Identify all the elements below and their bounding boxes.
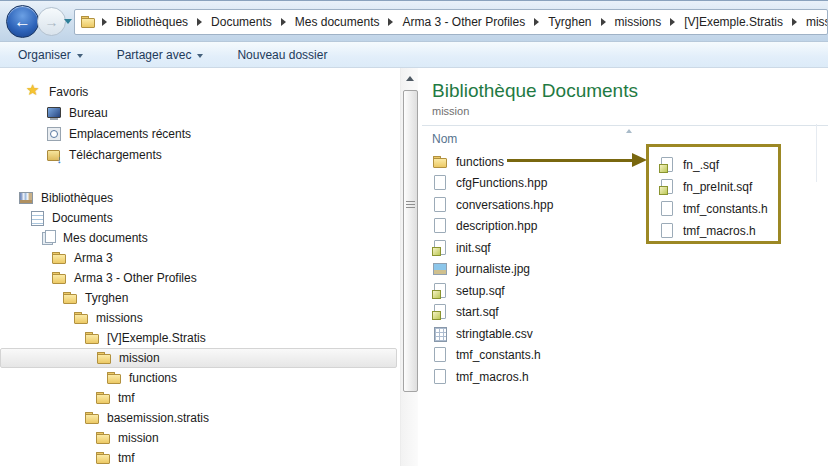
file-row-tmf-constants-h[interactable]: tmf_constants.h [432, 345, 828, 367]
column-label: Nom [432, 132, 457, 146]
tree-item-label: Arma 3 [74, 251, 113, 265]
annotation-arrow-head [632, 153, 647, 167]
document-icon [432, 369, 448, 385]
spreadsheet-file-icon [432, 326, 448, 342]
document-icon [659, 201, 675, 217]
tree-item-mission[interactable]: mission [0, 348, 397, 368]
forward-button[interactable]: → [37, 7, 66, 36]
libraries-icon [18, 190, 34, 206]
star-icon [26, 84, 42, 100]
folder-icon [84, 410, 100, 426]
toolbar-button-partager-avec[interactable]: Partager avec [117, 48, 204, 62]
folder-icon [432, 154, 448, 170]
tree-item-arma-3[interactable]: Arma 3 [0, 248, 400, 268]
tree-item-bureau[interactable]: Bureau [0, 102, 400, 123]
library-title: Bibliothèque Documents [432, 80, 828, 102]
tree-item-arma-3-other-profiles[interactable]: Arma 3 - Other Profiles [0, 268, 400, 288]
tree-item-label: basemission.stratis [107, 411, 209, 425]
scrollbar-thumb[interactable] [403, 90, 418, 392]
file-name: conversations.hpp [456, 198, 553, 212]
file-name: tmf_constants.h [456, 348, 541, 362]
folder-icon [73, 310, 89, 326]
breadcrumb: BibliothèquesDocumentsMes documentsArma … [80, 13, 828, 31]
folder-icon [106, 370, 122, 386]
chevron-right-icon [388, 18, 393, 26]
document-icon [432, 197, 448, 213]
tree-item-basemission-stratis[interactable]: basemission.stratis [0, 408, 400, 428]
chevron-down-icon [197, 54, 203, 58]
scroll-up-button[interactable] [401, 72, 419, 84]
breadcrumb-item-mission[interactable]: mission [803, 13, 828, 31]
tree-item-label: Mes documents [63, 231, 148, 245]
group-gap [0, 165, 400, 188]
file-row-journaliste-jpg[interactable]: journaliste.jpg [432, 259, 828, 281]
file-row-start-sqf[interactable]: start.sqf [432, 302, 828, 324]
file-pane: Bibliothèque Documents mission Nom funct… [422, 68, 828, 466]
breadcrumb-item-mes-documents[interactable]: Mes documents [292, 13, 383, 31]
breadcrumb-item-biblioth-ques[interactable]: Bibliothèques [113, 13, 191, 31]
chevron-right-icon [281, 18, 286, 26]
tree-item-tyrghen[interactable]: Tyrghen [0, 288, 400, 308]
toolbar-label: Organiser [18, 48, 71, 62]
tree-item-missions[interactable]: missions [0, 308, 400, 328]
address-bar[interactable]: BibliothèquesDocumentsMes documentsArma … [74, 9, 828, 35]
sidebar-scrollbar[interactable] [400, 68, 418, 466]
chevron-down-icon [77, 54, 83, 58]
tree-item-label: mission [119, 351, 160, 365]
tree-item-tmf[interactable]: tmf [0, 388, 400, 408]
tree-item-emplacements-r-cents[interactable]: Emplacements récents [0, 123, 400, 144]
toolbar-button-organiser[interactable]: Organiser [18, 48, 83, 62]
content-area: FavorisBureauEmplacements récentsTélécha… [0, 68, 828, 466]
file-name: journaliste.jpg [456, 262, 530, 276]
chevron-right-icon [792, 18, 797, 26]
tree-item-mission[interactable]: mission [0, 428, 400, 448]
tree-item-label: Documents [52, 211, 113, 225]
file-name: init.sqf [456, 241, 491, 255]
breadcrumb-item-missions[interactable]: missions [612, 13, 665, 31]
toolbar-label: Nouveau dossier [237, 48, 327, 62]
tree-item-label: missions [96, 311, 143, 325]
breadcrumb-item-arma-3-other-profiles[interactable]: Arma 3 - Other Profiles [399, 13, 528, 31]
folder-icon [62, 290, 78, 306]
file-name: stringtable.csv [456, 327, 533, 341]
tree-item-label: Emplacements récents [69, 127, 191, 141]
breadcrumb-item-documents[interactable]: Documents [208, 13, 275, 31]
chevron-right-icon [102, 18, 107, 26]
file-name: tmf_macros.h [683, 224, 756, 238]
breadcrumb-item-v-exemple-stratis[interactable]: [V]Exemple.Stratis [681, 13, 786, 31]
history-dropdown-icon[interactable] [64, 19, 72, 24]
breadcrumb-item-tyrghen[interactable]: Tyrghen [545, 13, 594, 31]
file-name: description.hpp [456, 219, 537, 233]
tree-item-v-exemple-stratis[interactable]: [V]Exemple.Stratis [0, 328, 400, 348]
sort-ascending-icon [626, 129, 632, 133]
tree-group-biblioth-ques[interactable]: Bibliothèques [0, 188, 400, 208]
tree-group-favoris[interactable]: Favoris [0, 81, 400, 102]
forward-arrow-icon: → [45, 14, 59, 30]
tree-item-functions[interactable]: functions [0, 368, 400, 388]
tree-item-label: Tyrghen [85, 291, 128, 305]
downloads-icon [46, 147, 62, 163]
tree-item-tmf[interactable]: tmf [0, 448, 400, 466]
sqf-file-icon [432, 283, 448, 299]
file-name: cfgFunctions.hpp [456, 176, 547, 190]
file-row-stringtable-csv[interactable]: stringtable.csv [432, 323, 828, 345]
tree-item-label: tmf [118, 451, 135, 465]
tree-item-documents[interactable]: Documents [0, 208, 400, 228]
tree-item-label: tmf [118, 391, 135, 405]
annotation-arrow [507, 159, 633, 162]
tree-item-label: Arma 3 - Other Profiles [74, 271, 197, 285]
file-row-tmf-macros-h[interactable]: tmf_macros.h [432, 366, 828, 388]
file-row-setup-sqf[interactable]: setup.sqf [432, 280, 828, 302]
back-button[interactable]: ← [6, 5, 39, 38]
file-name: tmf_macros.h [456, 370, 529, 384]
tree-item-label: mission [118, 431, 159, 445]
tree-item-t-l-chargements[interactable]: Téléchargements [0, 144, 400, 165]
documents-library-icon [29, 210, 45, 226]
document-icon [659, 223, 675, 239]
tree-item-mes-documents[interactable]: Mes documents [0, 228, 400, 248]
toolbar-button-nouveau-dossier[interactable]: Nouveau dossier [237, 48, 327, 62]
folder-icon [51, 250, 67, 266]
sqf-file-icon [432, 240, 448, 256]
desktop-icon [46, 105, 62, 121]
tree-item-label: Bureau [69, 106, 108, 120]
